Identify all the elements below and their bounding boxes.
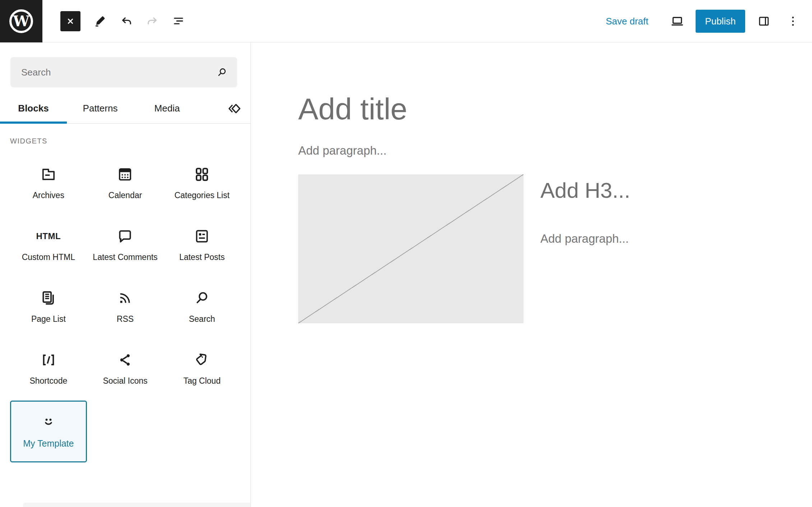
editor-top-bar: W Save draft P <box>0 0 812 42</box>
block-label: Custom HTML <box>22 252 75 263</box>
block-label: Social Icons <box>103 376 147 387</box>
block-label: Shortcode <box>29 376 67 387</box>
tab-patterns[interactable]: Patterns <box>67 93 134 123</box>
undo-icon <box>120 14 133 28</box>
calendar-icon <box>116 165 134 184</box>
paragraph-block-placeholder[interactable]: Add paragraph... <box>540 232 629 246</box>
block-label: Latest Comments <box>93 252 157 263</box>
block-tile-categories-list[interactable]: Categories List <box>163 153 240 215</box>
wordpress-logo[interactable]: W <box>0 0 42 42</box>
heading-h3-placeholder[interactable]: Add H3... <box>540 178 630 203</box>
block-label: Latest Posts <box>179 252 225 263</box>
chevron-diamond-icon <box>226 101 242 117</box>
smiley-icon <box>40 412 57 431</box>
redo-button[interactable] <box>144 13 161 30</box>
preview-button[interactable] <box>669 13 686 30</box>
svg-text:W: W <box>13 13 30 30</box>
settings-panel-toggle[interactable] <box>755 13 772 30</box>
media-categories-button[interactable] <box>226 100 243 117</box>
more-options-icon <box>786 14 800 28</box>
paragraph-block-placeholder[interactable]: Add paragraph... <box>298 144 387 157</box>
tab-blocks[interactable]: Blocks <box>0 93 67 123</box>
search-icon <box>193 289 211 307</box>
search-input[interactable] <box>10 57 237 87</box>
block-label: Search <box>189 314 215 325</box>
comment-icon <box>116 227 134 246</box>
close-inserter-button[interactable] <box>60 11 80 31</box>
category-label-widgets: WIDGETS <box>10 137 240 145</box>
undo-button[interactable] <box>118 13 135 30</box>
block-tile-rss[interactable]: RSS <box>87 277 164 339</box>
save-draft-button[interactable]: Save draft <box>599 0 656 42</box>
block-label: RSS <box>117 314 134 325</box>
preview-laptop-icon <box>670 14 684 28</box>
rss-icon <box>116 289 134 307</box>
block-label: Categories List <box>174 190 229 201</box>
wordpress-logo-icon: W <box>7 7 35 35</box>
block-label: Tag Cloud <box>183 376 221 387</box>
share-icon <box>116 351 134 369</box>
block-tile-calendar[interactable]: Calendar <box>87 153 164 215</box>
shortcode-icon <box>40 351 57 369</box>
inserter-tabs: Blocks Patterns Media <box>0 93 251 124</box>
archive-icon <box>40 165 57 184</box>
block-tile-custom-html[interactable]: HTML Custom HTML <box>10 215 87 277</box>
block-grid: Archives Calendar <box>10 153 240 462</box>
inserter-block-list: WIDGETS Archives <box>0 124 250 507</box>
block-tile-my-template[interactable]: My Template <box>10 401 87 462</box>
pencil-icon <box>93 14 107 28</box>
block-label: Page List <box>31 314 66 325</box>
block-tile-shortcode[interactable]: Shortcode <box>10 339 87 401</box>
settings-panel-icon <box>757 14 771 28</box>
image-block-placeholder[interactable] <box>298 174 523 323</box>
html-icon: HTML <box>36 227 61 246</box>
tools-pencil-button[interactable] <box>91 13 109 30</box>
block-tile-latest-comments[interactable]: Latest Comments <box>87 215 164 277</box>
block-inserter-panel: Blocks Patterns Media WIDGETS Archives <box>0 42 251 507</box>
more-options-button[interactable] <box>784 13 802 30</box>
block-tile-page-list[interactable]: Page List <box>10 277 87 339</box>
block-tile-tag-cloud[interactable]: Tag Cloud <box>163 339 240 401</box>
close-icon <box>65 15 76 27</box>
block-label: My Template <box>23 438 74 449</box>
inserter-search <box>10 57 237 87</box>
block-label: Calendar <box>109 190 142 201</box>
publish-button[interactable]: Publish <box>696 10 745 33</box>
list-view-button[interactable] <box>170 13 187 30</box>
block-tile-archives[interactable]: Archives <box>10 153 87 215</box>
editor-canvas: Add title Add paragraph... Add H3... Add… <box>251 42 812 507</box>
block-tile-latest-posts[interactable]: Latest Posts <box>163 215 240 277</box>
categories-icon <box>193 165 211 184</box>
block-tile-search[interactable]: Search <box>163 277 240 339</box>
list-view-icon <box>171 14 185 28</box>
latest-posts-icon <box>193 227 211 246</box>
redo-icon <box>146 14 159 28</box>
next-section-peek <box>23 503 250 507</box>
block-tile-social-icons[interactable]: Social Icons <box>87 339 164 401</box>
tag-icon <box>193 351 211 369</box>
tab-media[interactable]: Media <box>134 93 200 123</box>
block-label: Archives <box>33 190 64 201</box>
post-title-placeholder[interactable]: Add title <box>298 92 407 127</box>
page-list-icon <box>40 289 57 307</box>
